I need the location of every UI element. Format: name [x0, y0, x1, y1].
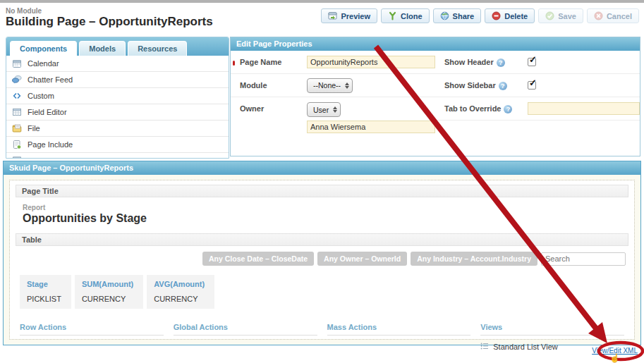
button-label: Clone [401, 12, 423, 20]
calendar-icon [12, 59, 22, 68]
delete-icon [492, 11, 501, 20]
share-button[interactable]: Share [433, 8, 482, 23]
palette-tabbar: Components Models Resources [6, 37, 229, 56]
page-name-input[interactable] [307, 56, 435, 68]
properties-left-column: Page Name Module --None-- Owner User [231, 51, 435, 137]
window-top-edge [0, 0, 644, 3]
save-icon [545, 11, 554, 20]
chatter-icon [12, 75, 22, 85]
show-sidebar-checkbox[interactable]: ✓ [528, 81, 536, 90]
tab-to-override-label: Tab to Override? [444, 104, 528, 113]
preview-button[interactable]: Preview [321, 8, 377, 23]
page-title: Building Page – OpportunityReports [6, 15, 213, 29]
help-icon[interactable]: ? [499, 82, 507, 90]
page-title-component-bar[interactable]: Page Title [16, 185, 628, 197]
table-component-bar[interactable]: Table [16, 233, 628, 246]
properties-right-column: Show Header? ✓ Show Sidebar? ✓ Tab to Ov… [435, 51, 640, 137]
tab-resources[interactable]: Resources [128, 41, 187, 56]
table-filter-row: Any Close Date – CloseDate Any Owner – O… [16, 252, 628, 266]
canvas-panel-header: Skuid Page – OpportunityReports [4, 161, 640, 175]
canvas-dropzone: Page Title Report Opportunities by Stage… [9, 180, 635, 340]
required-marker [233, 61, 235, 66]
button-label: Share [453, 12, 475, 20]
module-label: No Module [6, 7, 42, 15]
column-name-link[interactable]: Stage [27, 280, 61, 288]
column-type: CURRENCY [154, 295, 205, 303]
select-stepper-icon [333, 104, 337, 115]
component-label: File [28, 124, 40, 133]
page-name-label: Page Name [240, 58, 307, 66]
code-icon [12, 91, 22, 101]
page-builder-window: No Module Building Page – OpportunityRep… [0, 0, 644, 363]
row-actions-column: Row Actions [20, 323, 164, 352]
help-icon[interactable]: ? [504, 105, 512, 113]
save-button: Save [538, 8, 583, 23]
component-item-calendar[interactable]: Calendar [6, 56, 229, 72]
tab-models[interactable]: Models [79, 41, 126, 56]
button-label: Save [558, 12, 576, 20]
filter-industry-button[interactable]: Any Industry – Account.Industry [411, 252, 537, 266]
hand-cursor-icon: ☝ [609, 353, 620, 363]
clone-button[interactable]: Clone [381, 8, 430, 23]
show-header-row: Show Header? ✓ [435, 51, 640, 74]
properties-panel-header: Edit Page Properties [231, 37, 640, 51]
component-item-field-editor[interactable]: Field Editor [6, 104, 229, 121]
owner-type-select[interactable]: User [307, 102, 341, 117]
checkmark-icon: ✓ [529, 54, 537, 65]
show-header-checkbox[interactable]: ✓ [528, 58, 536, 66]
checkmark-icon: ✓ [529, 78, 537, 88]
tab-components[interactable]: Components [10, 41, 77, 56]
mass-actions-column: Mass Actions [327, 323, 471, 352]
button-label: Preview [341, 12, 370, 20]
file-icon [12, 123, 22, 133]
module-select-value: --None-- [313, 81, 341, 90]
component-item-chatter-feed[interactable]: Chatter Feed [6, 72, 229, 88]
component-palette: Components Models Resources Calendar Cha… [6, 37, 229, 159]
cancel-icon [594, 11, 603, 20]
filter-close-date-button[interactable]: Any Close Date – CloseDate [202, 252, 314, 266]
toolbar: Preview Clone Share Delete Save [321, 8, 639, 23]
view-label: Standard List View [493, 343, 558, 351]
column-type: CURRENCY [82, 295, 133, 303]
delete-button[interactable]: Delete [485, 8, 535, 23]
report-title: Opportunities by Stage [23, 212, 628, 225]
owner-type-value: User [313, 106, 329, 114]
component-item-page-include[interactable]: Page Include [6, 137, 229, 153]
clone-icon [388, 11, 397, 20]
module-label: Module [240, 81, 307, 90]
module-select[interactable]: --None-- [307, 78, 353, 93]
global-actions-column: Global Actions [174, 323, 317, 352]
tab-to-override-row: Tab to Override? [435, 97, 640, 121]
column-name-link[interactable]: SUM(Amount) [82, 280, 133, 288]
field-editor-icon [12, 107, 22, 117]
list-view-icon [480, 342, 489, 352]
component-item-file[interactable]: File [6, 121, 229, 137]
component-label: Page Include [28, 140, 73, 149]
show-sidebar-label: Show Sidebar? [444, 81, 528, 90]
page-title-icon [12, 156, 22, 159]
filter-owner-button[interactable]: Any Owner – OwnerId [317, 252, 407, 266]
component-item-custom[interactable]: Custom [6, 88, 229, 104]
component-label: Field Editor [28, 108, 67, 116]
table-column-avg-amount: AVG(Amount) CURRENCY [147, 275, 214, 309]
button-label: Delete [504, 12, 528, 20]
show-header-label: Show Header? [444, 58, 528, 67]
page-name-row: Page Name [231, 51, 435, 74]
table-actions-row: Row Actions Global Actions Mass Actions … [16, 323, 628, 352]
cancel-button: Cancel [587, 8, 639, 23]
page-include-icon [12, 140, 22, 149]
table-columns: Stage PICKLIST SUM(Amount) CURRENCY AVG(… [20, 275, 628, 309]
module-row: Module --None-- [231, 74, 435, 97]
component-label: Chatter Feed [28, 75, 73, 84]
report-subtitle: Report [23, 204, 628, 211]
show-sidebar-row: Show Sidebar? ✓ [435, 74, 640, 97]
owner-name-input[interactable] [307, 121, 435, 133]
table-search-input[interactable] [541, 252, 626, 266]
tab-to-override-input[interactable] [528, 102, 640, 115]
preview-icon [328, 11, 337, 20]
row-actions-header: Row Actions [20, 323, 164, 336]
column-name-link[interactable]: AVG(Amount) [154, 280, 205, 288]
edit-page-properties-panel: Edit Page Properties Page Name Module --… [230, 37, 640, 156]
help-icon[interactable]: ? [497, 59, 505, 67]
component-item-page-title[interactable]: Page Title [6, 153, 229, 159]
